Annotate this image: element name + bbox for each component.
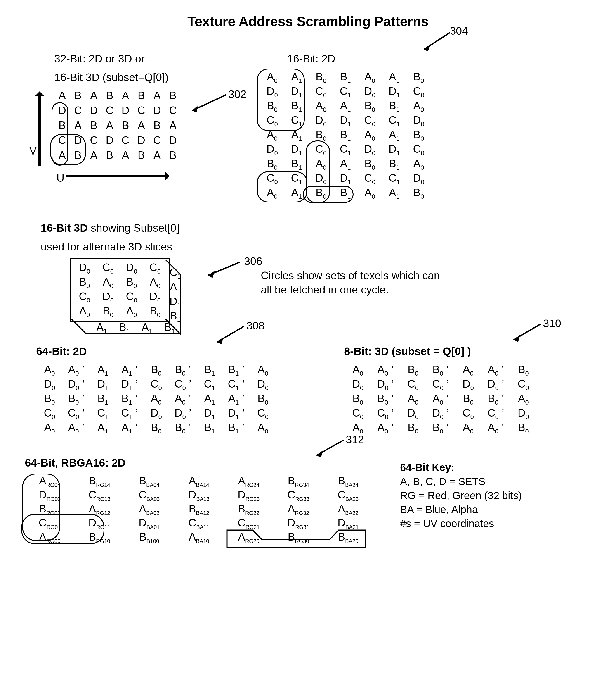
grid-cell: D xyxy=(165,134,181,146)
grid-cell: A xyxy=(54,89,70,102)
ref-302: 302 xyxy=(228,88,246,100)
grid-cell: B0 xyxy=(406,70,431,84)
note-block: Circles show sets of texels which can al… xyxy=(261,269,446,322)
grid-cell: D0 xyxy=(96,290,120,304)
grid-cell: A0 ’ xyxy=(372,363,399,377)
grid-cell: D1 xyxy=(382,85,406,99)
key-heading: 64-Bit Key: xyxy=(400,460,522,475)
grid-cell: C0 xyxy=(406,143,431,157)
grid-cell: C0 xyxy=(406,85,431,99)
grid-cell: A0 xyxy=(96,276,120,289)
grid-cell: A xyxy=(54,149,70,161)
grid-cell: A xyxy=(149,89,165,102)
grid-cell: D0 xyxy=(358,85,382,99)
grid-cell: B0 xyxy=(260,99,285,114)
grid-cell: D xyxy=(133,134,149,146)
grid-cell: B1 ’ xyxy=(116,392,143,406)
grid-cell: C0 xyxy=(309,85,333,99)
grid-cell: A xyxy=(117,89,133,102)
grid-cell: A0 ’ xyxy=(63,421,89,435)
grid-cell: A0 xyxy=(406,157,431,171)
grid-cell: A1 xyxy=(89,421,116,435)
grid-cell: C1 xyxy=(285,172,309,186)
grid-cell: D0 xyxy=(510,407,537,421)
grid-cell: A1 xyxy=(285,186,309,200)
grid-cell: A1 xyxy=(285,70,309,84)
grid-cell: D1 xyxy=(285,143,309,157)
grid-cell: A0 xyxy=(309,157,333,171)
grid-cell: A xyxy=(102,119,117,131)
grid-cell: A0 xyxy=(249,363,276,377)
axis-u-arrow xyxy=(65,175,167,177)
grid-cell: B0 xyxy=(358,157,382,171)
ref-306: 306 xyxy=(244,255,262,268)
grid-cell: A1 xyxy=(333,157,358,171)
grid-cell: A0 ’ xyxy=(482,363,510,377)
grid-cell: B0 xyxy=(36,392,63,406)
grid-row: C0C0 ’D0D0 ’C0C0 ’D0 xyxy=(344,407,537,421)
grid-cell: A1 xyxy=(382,128,406,142)
grid-row: C0C0 ’C1C1 ’D0D0 ’D1D1 ’C0 xyxy=(36,407,276,421)
grid-cell: C xyxy=(102,104,117,117)
grid-cell: CRG01 xyxy=(25,516,75,530)
grid-cell: BRG34 xyxy=(273,475,323,488)
grid-cell: D1 xyxy=(333,172,358,186)
label-304: 16-Bit: 2D xyxy=(287,52,431,66)
grid-cell: A xyxy=(70,119,86,131)
grid-cell: A1 ’ xyxy=(223,392,249,406)
grid-cell: B0 xyxy=(344,392,372,406)
block-310: 310 8-Bit: 3D (subset = Q[0] ) A0A0 ’B0B… xyxy=(344,344,537,435)
grid-cell: D1 xyxy=(89,378,116,392)
page-title: Texture Address Scrambling Patterns xyxy=(23,14,593,29)
grid-cell: C xyxy=(54,134,70,146)
block-306: 16-Bit 3D showing Subset[0] used for alt… xyxy=(41,221,180,322)
grid-cell: B1 xyxy=(196,363,223,377)
grid-cell: A1 xyxy=(196,392,223,406)
grid-cell: DRG31 xyxy=(273,516,323,530)
grid-cell: C0 ’ xyxy=(63,407,89,421)
grid-cell: B1 xyxy=(333,186,358,200)
grid-row: D0C0D0C0 xyxy=(73,261,167,276)
grid-cell: B1 xyxy=(196,421,223,435)
label-302-line1: 32-Bit: 2D or 3D or xyxy=(54,52,181,66)
grid-cell: B0 xyxy=(143,305,167,319)
grid-cell: B1 xyxy=(382,157,406,171)
grid-row: C1 xyxy=(167,266,183,281)
grid-cell: A0 xyxy=(73,305,96,319)
grid-cell: B xyxy=(117,119,133,131)
grid-cell: D0 xyxy=(406,114,431,128)
grid-cell: C xyxy=(165,104,181,117)
grid-cell: C0 xyxy=(510,378,537,392)
grid-cell: A0 xyxy=(143,392,169,406)
key-block: 64-Bit Key: A, B, C, D = SETS RG = Red, … xyxy=(400,460,522,545)
grid-cell: C xyxy=(70,104,86,117)
grid-cell: B0 xyxy=(143,421,169,435)
grid-cell: B0 xyxy=(309,128,333,142)
grid-cell: B0 xyxy=(399,421,427,435)
grid-cell: A0 xyxy=(358,186,382,200)
box3d-front: D0C0D0C0B0A0B0A0C0D0C0D0A0B0A0B0 xyxy=(70,258,169,322)
grid-cell: D0 ’ xyxy=(372,378,399,392)
label-306-line2: used for alternate 3D slices xyxy=(41,240,180,254)
grid-cell: DBA13 xyxy=(174,488,224,502)
grid-cell: B xyxy=(70,149,86,161)
grid-cell: C0 xyxy=(344,407,372,421)
grid-cell: A0 ’ xyxy=(63,363,89,377)
grid-cell: C xyxy=(117,134,133,146)
grid-cell: B1 xyxy=(285,157,309,171)
grid-cell: ARG32 xyxy=(273,503,323,516)
label-306-bold: 16-Bit 3D xyxy=(41,222,88,234)
grid-cell: A1 xyxy=(167,281,183,295)
grid-cell: D1 xyxy=(285,85,309,99)
grid-row: B0B0 ’B1B1 ’A0A0 ’A1A1 ’B0 xyxy=(36,392,276,407)
grid-cell: C xyxy=(86,134,102,146)
grid-row: DCDCDCDC xyxy=(54,104,181,119)
grid-cell: B0 xyxy=(309,70,333,84)
grid-cell: B0 ’ xyxy=(63,392,89,406)
axis-v-label: V xyxy=(29,145,36,157)
grid-cell: CBA11 xyxy=(174,516,224,530)
grid-cell: B0 ’ xyxy=(482,392,510,406)
grid-cell: D0 xyxy=(143,290,167,304)
grid-cell: BRG22 xyxy=(224,503,273,516)
grid-cell: ABA22 xyxy=(323,503,373,516)
